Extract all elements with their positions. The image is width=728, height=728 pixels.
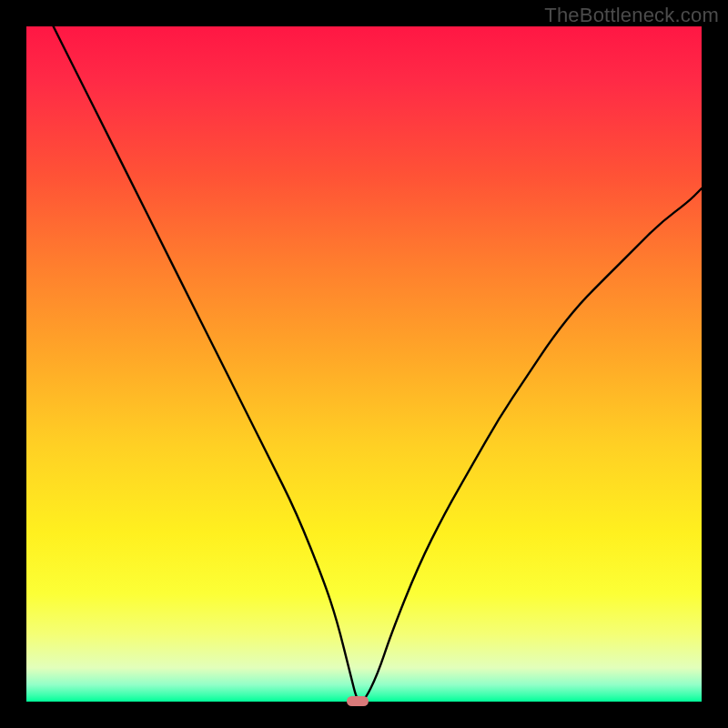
watermark-text: TheBottleneck.com — [544, 4, 719, 27]
curve-svg — [26, 26, 702, 702]
bottleneck-curve — [26, 26, 702, 702]
plot-area — [26, 26, 702, 702]
chart-stage: TheBottleneck.com — [0, 0, 728, 728]
sweet-spot-marker — [347, 696, 369, 706]
